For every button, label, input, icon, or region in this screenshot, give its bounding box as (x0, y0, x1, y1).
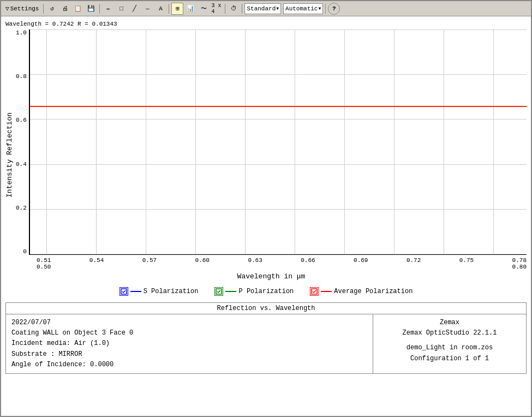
x-min: 0.50 (37, 264, 51, 270)
save-button[interactable]: 💾 (85, 3, 97, 15)
pencil-button[interactable]: ✏ (102, 3, 114, 15)
y-ticks: 1.0 0.8 0.6 0.4 0.2 0 (16, 29, 29, 255)
grid-v-9 (493, 29, 494, 254)
x-tick-051: 0.51 (37, 257, 51, 264)
y-tick-02: 0.2 (16, 205, 27, 211)
avg-pol-label: Average Polarization (334, 288, 413, 295)
legend-p-pol: P Polarization (214, 287, 294, 296)
avg-pol-check-icon (311, 288, 318, 295)
x-ticks: 0.51 0.54 0.57 0.60 0.63 0.66 0.69 0.72 … (37, 257, 527, 264)
x-tick-063: 0.63 (248, 257, 262, 264)
chart-inner: 1.0 0.8 0.6 0.4 0.2 0 (16, 29, 527, 281)
text-button[interactable]: A (154, 3, 166, 15)
grid-h-5 (30, 254, 527, 254)
chart-container: Intensity Reflection 1.0 0.8 0.6 0.4 0.2… (5, 29, 527, 281)
x-tick-060: 0.60 (195, 257, 210, 264)
grid-h-0 (30, 29, 527, 30)
print-button[interactable]: 🖨 (59, 3, 71, 15)
p-pol-line (225, 291, 236, 292)
grid-h-4 (30, 209, 527, 210)
clock-button[interactable]: ⏱ (228, 3, 240, 15)
chart-plot[interactable] (29, 29, 527, 255)
settings-menu[interactable]: ▽ Settings (3, 4, 41, 13)
p-pol-label: P Polarization (238, 288, 294, 295)
help-button[interactable]: ? (328, 3, 340, 15)
grid-h-2 (30, 119, 527, 120)
info-config: Configuration 1 of 1 (379, 354, 521, 364)
grid-h-1 (30, 74, 527, 75)
y-tick-04: 0.4 (16, 161, 27, 168)
p-pol-check-icon (216, 288, 222, 295)
y-tick-10: 1.0 (16, 29, 27, 36)
refresh-button[interactable]: ↺ (46, 3, 58, 15)
x-tick-072: 0.72 (407, 257, 421, 264)
copy-button[interactable]: 📋 (72, 3, 84, 15)
main-window: ▽ Settings ↺ 🖨 📋 💾 ✏ □ ╱ — A ⊞ 📊 〜 3 x 4… (0, 0, 532, 417)
x-tick-078: 0.78 (512, 257, 527, 264)
settings-chevron-icon: ▽ (5, 5, 9, 12)
rectangle-button[interactable]: □ (115, 3, 127, 15)
cursor-info: Wavelength = 0.7242 R = 0.01343 (5, 21, 527, 27)
avg-pol-line (321, 291, 332, 292)
p-pol-icon (214, 287, 223, 296)
x-bounds: 0.50 0.80 (37, 264, 527, 270)
separator-4 (225, 4, 225, 14)
standard-label: Standard (247, 5, 276, 12)
x-max: 0.80 (512, 264, 527, 270)
automatic-label: Automatic (285, 5, 318, 12)
legend-avg-pol: Average Polarization (310, 287, 413, 296)
x-tick-075: 0.75 (459, 257, 474, 264)
info-coating: Coating WALL on Object 3 Face 0 (11, 328, 367, 338)
avg-pol-icon (310, 287, 319, 296)
x-tick-054: 0.54 (89, 257, 104, 264)
grid-v-6 (344, 29, 345, 254)
chart-button[interactable]: 📊 (184, 3, 196, 15)
automatic-chevron-icon: ▼ (318, 6, 321, 11)
grid-v-4 (245, 29, 246, 254)
dash-button[interactable]: — (141, 3, 153, 15)
content-area: Wavelength = 0.7242 R = 0.01343 Intensit… (1, 16, 531, 416)
info-incident: Incident media: Air (1.0) (11, 338, 367, 349)
x-ticks-container: 0.51 0.54 0.57 0.60 0.63 0.66 0.69 0.72 … (16, 256, 527, 264)
grid-v-7 (394, 29, 394, 254)
separator-6 (325, 4, 326, 14)
info-software: Zemax OpticStudio 22.1.1 (379, 328, 521, 338)
chart-plot-area: 1.0 0.8 0.6 0.4 0.2 0 (16, 29, 527, 255)
grid-view-button[interactable]: ⊞ (171, 3, 183, 15)
y-tick-06: 0.6 (16, 117, 27, 123)
standard-dropdown[interactable]: Standard ▼ (244, 3, 281, 14)
y-tick-08: 0.8 (16, 73, 27, 80)
x-axis-label: Wavelength in μm (16, 272, 527, 281)
separator-1 (43, 4, 44, 14)
grid-v-0 (46, 29, 47, 254)
grid-label-btn[interactable]: 3 x 4 (211, 3, 223, 15)
standard-chevron-icon: ▼ (276, 6, 279, 11)
x-tick-066: 0.66 (301, 257, 315, 264)
y-axis-label: Intensity Reflection (5, 29, 14, 281)
info-file: demo_Light in room.zos (379, 343, 521, 353)
x-tick-057: 0.57 (142, 257, 157, 264)
toolbar: ▽ Settings ↺ 🖨 📋 💾 ✏ □ ╱ — A ⊞ 📊 〜 3 x 4… (1, 1, 531, 16)
grid-v-2 (146, 29, 146, 254)
grid-v-5 (295, 29, 295, 254)
info-left: 2022/07/07 Coating WALL on Object 3 Face… (6, 314, 373, 373)
info-body: 2022/07/07 Coating WALL on Object 3 Face… (6, 314, 526, 373)
info-company: Zemax (379, 318, 521, 328)
average-polarization-line (30, 106, 527, 107)
info-right: Zemax Zemax OpticStudio 22.1.1 demo_Ligh… (373, 314, 526, 373)
info-title: Reflection vs. Wavelength (6, 303, 526, 314)
x-bounds-container: 0.50 0.80 (16, 264, 527, 270)
automatic-dropdown[interactable]: Automatic ▼ (283, 3, 323, 14)
grid-h-3 (30, 164, 527, 165)
separator-3 (169, 4, 169, 14)
info-date: 2022/07/07 (11, 318, 367, 328)
legend-area: S Polarization P Polarization Average Po… (5, 287, 527, 296)
separator-2 (99, 4, 100, 14)
s-pol-icon (119, 287, 128, 296)
grid-v-3 (195, 29, 196, 254)
s-pol-line (130, 291, 141, 292)
y-tick-00: 0 (23, 248, 27, 255)
s-pol-label: S Polarization (144, 288, 199, 295)
line-button[interactable]: ╱ (128, 3, 140, 15)
wave-button[interactable]: 〜 (198, 3, 210, 15)
